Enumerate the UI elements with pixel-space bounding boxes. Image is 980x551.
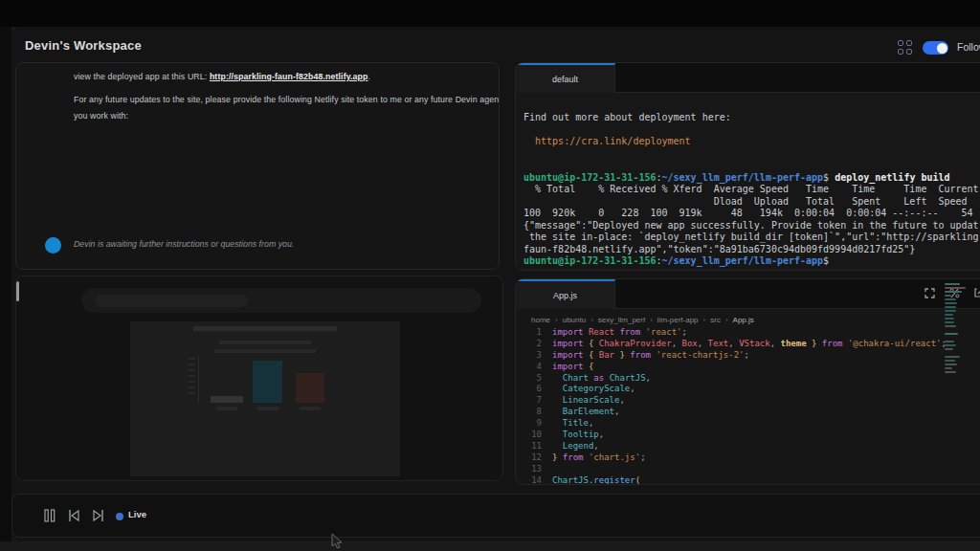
editor-panel: App.js home›ubuntu›sexy_llm_perf›llm-per… [515, 278, 980, 485]
agent-status-row: Devin is awaiting further instructions o… [16, 235, 499, 258]
skip-back-button[interactable] [68, 509, 81, 523]
chat-message-suffix: . [368, 72, 371, 81]
follow-toggle-knob [937, 43, 947, 54]
expand-icon[interactable] [923, 286, 936, 299]
playback-bar: Live [11, 494, 980, 538]
chat-panel: view the deployed app at this URL: http:… [15, 62, 500, 270]
preview-chart-title [193, 326, 337, 331]
status-dot-icon [45, 237, 61, 253]
left-margin-band [0, 27, 11, 541]
terminal-output[interactable]: Find out more about deployment here: htt… [523, 112, 980, 268]
workspace-stage: Devin's Workspace Following view the dep… [0, 0, 980, 551]
grid-square [906, 49, 912, 55]
open-external-icon[interactable] [972, 286, 980, 299]
editor-tab-appjs[interactable]: App.js [516, 279, 615, 309]
pause-button[interactable] [44, 509, 57, 523]
grid-layout-icon[interactable] [898, 40, 913, 55]
minimap[interactable] [945, 283, 969, 484]
skip-forward-button[interactable] [92, 509, 105, 523]
preview-chart-legend [219, 341, 311, 344]
grid-square [898, 49, 903, 55]
breadcrumb[interactable]: home›ubuntu›sexy_llm_perf›llm-perf-app›s… [531, 316, 754, 324]
mouse-cursor [331, 533, 343, 551]
preview-chart-legend [214, 349, 316, 353]
live-dot-icon [116, 513, 123, 520]
browser-preview-panel [15, 276, 503, 481]
preview-chart-y-axis [198, 356, 199, 403]
preview-chart-y-ticks [189, 358, 195, 398]
grid-square [898, 40, 903, 46]
terminal-tabstrip: default [516, 63, 980, 93]
follow-toggle[interactable] [923, 41, 948, 55]
top-letterbox-band [0, 0, 980, 27]
editor-tabstrip: App.js [516, 279, 980, 309]
chat-message-url: view the deployed app at this URL: http:… [74, 69, 495, 85]
code-editor[interactable]: 1import React from 'react';2import { Cha… [516, 327, 980, 484]
grid-square [906, 40, 912, 46]
follow-toggle-label: Following [957, 41, 980, 53]
address-bar[interactable] [81, 288, 481, 313]
address-bar-hint [95, 295, 248, 307]
deployed-app-link[interactable]: http://sparkling-faun-f82b48.netlify.app [210, 72, 368, 81]
page-title: Devin's Workspace [25, 38, 142, 53]
scrollbar-thumb[interactable] [16, 281, 19, 301]
live-label[interactable]: Live [128, 509, 146, 519]
bottom-strip [0, 541, 980, 551]
chat-message-token: For any future updates to the site, plea… [74, 92, 500, 123]
terminal-panel: default Find out more about deployment h… [515, 62, 980, 271]
chat-message-prefix: view the deployed app at this URL: [74, 72, 210, 81]
workspace-card: Devin's Workspace Following view the dep… [11, 27, 980, 541]
terminal-tab-default[interactable]: default [516, 63, 615, 93]
agent-status-text: Devin is awaiting further instructions o… [74, 239, 294, 249]
preview-page [130, 321, 400, 476]
